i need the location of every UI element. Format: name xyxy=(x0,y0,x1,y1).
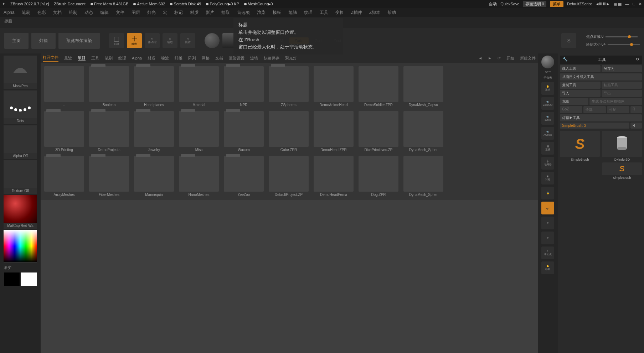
tab-quicksave[interactable]: 快速保存 xyxy=(264,56,279,61)
menu-灯光[interactable]: 灯光 xyxy=(147,10,156,16)
project-item[interactable]: 3D Printing xyxy=(44,111,84,152)
arrows-icon[interactable]: ◄Ⅲ Ⅲ► xyxy=(595,2,610,6)
copy-tool-button[interactable]: 复制工具 xyxy=(560,82,601,89)
refresh-icon[interactable]: ↻ xyxy=(541,217,554,229)
quicksave-button[interactable]: QuickSave xyxy=(500,2,519,6)
tab-recent[interactable]: 最近 xyxy=(64,56,72,61)
tab-material[interactable]: 材质 xyxy=(148,56,155,61)
sphere-icon[interactable] xyxy=(205,33,220,48)
menu-工具[interactable]: 工具 xyxy=(320,10,328,16)
alpha-picker[interactable]: Alpha Off xyxy=(4,125,37,159)
load-tool-button[interactable]: 载入工具 xyxy=(560,65,601,72)
auto-label[interactable]: 自动 xyxy=(489,1,497,7)
tab-spotlight[interactable]: 聚光灯 xyxy=(285,56,297,61)
project-item[interactable]: DemoHeadFema xyxy=(314,156,354,197)
menu-变换[interactable]: 变换 xyxy=(335,10,344,16)
paste-tool-button[interactable]: 粘贴工具 xyxy=(602,82,642,89)
texture-picker[interactable]: Texture Off xyxy=(4,160,37,194)
layout-icons[interactable]: ▦ ▦ xyxy=(613,2,622,6)
new-file-button[interactable]: 新建文件 xyxy=(520,56,536,61)
project-item[interactable]: DynaMesh_Spher xyxy=(403,156,443,197)
project-item[interactable]: ZeeZoo xyxy=(224,156,264,197)
menu-Alpha[interactable]: Alpha xyxy=(4,10,15,15)
draw-mode-button[interactable]: 绘制 xyxy=(127,33,142,48)
stroke-picker[interactable]: Dots xyxy=(4,90,37,124)
tab-noise[interactable]: 噪波 xyxy=(161,56,169,61)
tab-project[interactable]: 项目 xyxy=(78,55,86,61)
minimize-icon[interactable]: — xyxy=(625,2,629,6)
nav-fwd-icon[interactable]: ► xyxy=(488,56,492,60)
menu-标记[interactable]: 标记 xyxy=(174,10,183,16)
menu-笔触[interactable]: 笔触 xyxy=(288,10,297,16)
polymesh-button[interactable]: 生成 多边形网格物体 xyxy=(589,98,642,105)
tab-open[interactable]: 打开文件 xyxy=(43,55,58,62)
edit-mode-button[interactable]: Edit xyxy=(109,33,124,48)
menu-文件[interactable]: 文件 xyxy=(116,10,124,16)
menu-笔刷[interactable]: 笔刷 xyxy=(22,10,30,16)
tab-array[interactable]: 阵列 xyxy=(188,56,196,61)
menu-影片[interactable]: 影片 xyxy=(206,10,214,16)
nav-back-icon[interactable]: ◄ xyxy=(478,56,482,60)
tool-simplebrush2[interactable]: S xyxy=(602,162,642,175)
import-button[interactable]: 导入 xyxy=(560,90,601,97)
project-item[interactable]: DemoHead.ZPR xyxy=(314,111,354,152)
menu-Z插件[interactable]: Z插件 xyxy=(351,10,362,16)
menu-宏[interactable]: 宏 xyxy=(163,10,167,16)
menu-Z脚本[interactable]: Z脚本 xyxy=(369,10,380,16)
tab-render[interactable]: 渲染设置 xyxy=(229,56,244,61)
menu-动态[interactable]: 动态 xyxy=(84,10,93,16)
home-button[interactable]: 主页 xyxy=(4,33,29,49)
menu-图层[interactable]: 图层 xyxy=(132,10,140,16)
lightbox-button[interactable]: 灯箱 xyxy=(31,33,56,49)
move-button[interactable]: M移动缩 xyxy=(145,33,160,48)
maximize-icon[interactable]: □ xyxy=(633,2,635,6)
brush-picker[interactable]: MaskPen xyxy=(4,56,37,89)
menu-模板[interactable]: 模板 xyxy=(273,10,281,16)
menu-文档[interactable]: 文档 xyxy=(53,10,62,16)
tab-texture[interactable]: 纹理 xyxy=(118,56,126,61)
xyz-button[interactable]: xyz xyxy=(541,202,554,214)
zoom100-button[interactable]: 🔍100% xyxy=(541,112,554,125)
project-item[interactable]: DemoAnimeHead xyxy=(314,66,354,107)
menu-色彩[interactable]: 色彩 xyxy=(37,10,46,16)
project-item[interactable]: NanoMeshes xyxy=(179,156,219,197)
rotate-button[interactable]: R旋转 xyxy=(180,33,195,48)
project-item[interactable]: ZSpheres xyxy=(269,66,309,107)
floor-button[interactable]: ╋地网格 xyxy=(541,157,554,170)
project-item[interactable]: FiberMeshes xyxy=(89,156,129,197)
tab-brush[interactable]: 笔刷 xyxy=(105,56,113,61)
project-item[interactable]: Misc xyxy=(179,111,219,152)
opacity-slider[interactable]: 界面透明 0 xyxy=(523,1,546,7)
refresh2-icon[interactable]: ↻ xyxy=(541,232,554,244)
r2-button[interactable]: R xyxy=(630,123,642,129)
tool-cylinder3d[interactable] xyxy=(602,131,642,157)
menu-拾取[interactable]: 拾取 xyxy=(221,10,230,16)
project-item[interactable]: DemoProjects xyxy=(89,111,129,152)
clone-button[interactable]: 克隆 xyxy=(560,98,588,105)
tab-filter[interactable]: 滤镜 xyxy=(250,56,258,61)
color-white[interactable] xyxy=(21,272,37,286)
menu-首选项[interactable]: 首选项 xyxy=(237,10,250,16)
material-picker[interactable]: MatCap Red Wa xyxy=(4,195,37,229)
tab-fiber[interactable]: 纤维 xyxy=(175,56,182,61)
saveas-button[interactable]: 另存为 xyxy=(602,65,642,72)
project-item[interactable]: Jewelry xyxy=(134,111,174,152)
tab-doc[interactable]: 文档 xyxy=(215,56,223,61)
s-mode-icon[interactable]: S xyxy=(561,33,576,48)
tab-mesh[interactable]: 网格 xyxy=(202,56,210,61)
menu-编辑[interactable]: 编辑 xyxy=(100,10,109,16)
project-item[interactable]: Material xyxy=(179,66,219,107)
close-icon[interactable]: ✕ xyxy=(639,2,642,6)
color-black[interactable] xyxy=(4,272,20,286)
zscript-label[interactable]: DefaultZScript xyxy=(567,2,592,6)
project-item[interactable]: DicePrimitives.ZP xyxy=(359,111,398,152)
tab-tool[interactable]: 工具 xyxy=(91,56,99,61)
menu-绘制[interactable]: 绘制 xyxy=(69,10,77,16)
center-button[interactable]: ✦中心点 xyxy=(541,246,554,259)
r-button[interactable]: R xyxy=(630,106,642,113)
project-item[interactable]: Cube.ZPR xyxy=(269,111,309,152)
project-item[interactable]: Dog.ZPR xyxy=(359,156,398,197)
canvas[interactable] xyxy=(41,200,538,353)
focal-slider[interactable] xyxy=(606,36,638,37)
drawsize-slider[interactable] xyxy=(608,44,640,45)
